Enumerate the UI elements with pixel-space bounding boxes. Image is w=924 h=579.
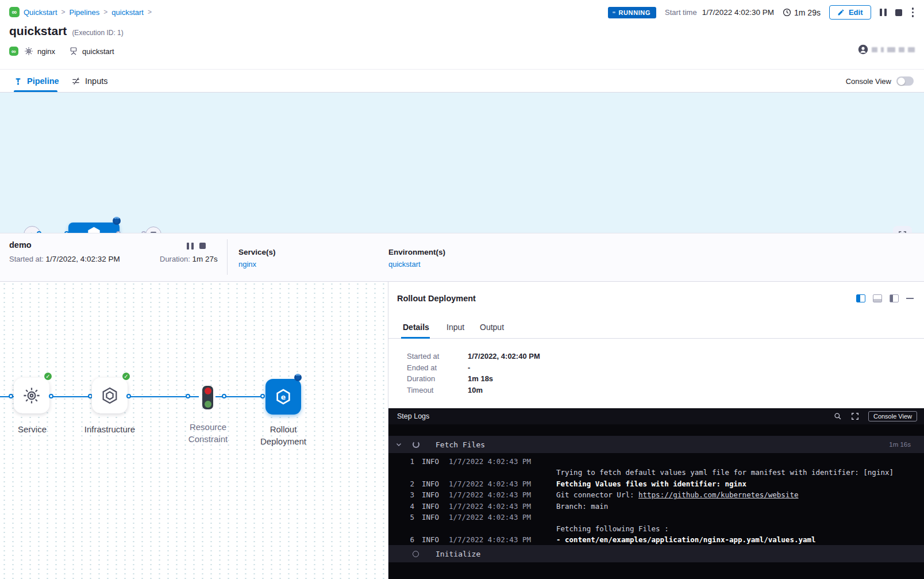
log-section-initialize[interactable]: Initialize: [388, 545, 924, 562]
breadcrumb-separator: >: [61, 8, 66, 16]
redacted-user-info: [908, 47, 915, 52]
success-check-icon: ✓: [43, 371, 53, 381]
chevron-down-icon: [395, 441, 402, 448]
active-tab-underline: [14, 90, 57, 92]
edge-service-infra: [52, 396, 92, 397]
log-line: 1INFO1/7/2022 4:02:43 PM: [388, 456, 924, 467]
step-logs-panel: Step Logs Console View Fetch Files 1m 16…: [388, 408, 924, 579]
svg-text:e: e: [281, 393, 286, 401]
connector-dot: [9, 394, 13, 398]
stage-stop-button[interactable]: [199, 243, 206, 249]
console-view-toggle[interactable]: [896, 76, 914, 86]
success-check-icon: ✓: [121, 371, 131, 381]
edit-button[interactable]: Edit: [829, 5, 871, 20]
abort-execution-button[interactable]: [895, 9, 902, 16]
stage-running-spinner-icon: [113, 217, 121, 225]
detail-row: Timeout10m: [407, 386, 483, 394]
console-view-control: Console View: [846, 70, 914, 93]
step-panel-tabs: Details Input Output: [388, 316, 924, 339]
service-tag[interactable]: nginx: [24, 47, 55, 56]
section-running-spinner-icon: [413, 441, 419, 448]
log-line: 3INFO1/7/2022 4:02:43 PM Git connector U…: [388, 489, 924, 501]
git-connector-link[interactable]: https://github.com/kubernetes/website: [638, 490, 798, 499]
environment-icon: [69, 47, 78, 56]
step-node-service[interactable]: [14, 378, 49, 413]
log-line-continuation: Fetching following Files :: [388, 523, 924, 535]
start-time-label: Start time: [665, 8, 697, 17]
breadcrumb-pipeline[interactable]: quickstart: [111, 8, 144, 17]
log-section-duration: 1m 16s: [889, 441, 911, 448]
log-section-name: Fetch Files: [436, 440, 485, 449]
step-running-spinner-icon: [294, 374, 302, 381]
layout-bottom-split-button[interactable]: [873, 294, 882, 302]
minimize-panel-button[interactable]: [906, 298, 914, 300]
project-logo-icon: ∞: [9, 7, 20, 17]
redacted-user-info: [887, 47, 895, 52]
environment-link[interactable]: quickstart: [388, 260, 445, 269]
step-label-infrastructure: Infrastructure: [74, 423, 145, 435]
more-options-button[interactable]: [911, 6, 915, 18]
tab-inputs[interactable]: Inputs: [71, 70, 108, 93]
title-row: quickstart (Execution ID: 1): [9, 24, 124, 38]
environment-tag[interactable]: quickstart: [69, 47, 114, 56]
step-node-resource-constraint[interactable]: [202, 386, 213, 409]
redacted-user-info: [881, 47, 884, 52]
layout-right-split-button[interactable]: [856, 294, 865, 302]
log-line: 5INFO1/7/2022 4:02:43 PM: [388, 512, 924, 523]
page: ∞ Quickstart > Pipelines > quickstart > …: [0, 0, 924, 579]
step-logs-header: Step Logs Console View: [388, 408, 924, 424]
execution-id: (Execution ID: 1): [72, 29, 123, 37]
log-line-continuation: Trying to fetch default values yaml file…: [388, 467, 924, 478]
tab-output[interactable]: Output: [480, 316, 504, 338]
breadcrumb: ∞ Quickstart > Pipelines > quickstart >: [9, 7, 152, 17]
status-badge: RUNNING: [608, 7, 657, 18]
connector-dot: [49, 394, 53, 398]
tab-pipeline[interactable]: Pipeline: [14, 70, 59, 93]
log-line: 4INFO1/7/2022 4:02:43 PM Branch: main: [388, 501, 924, 512]
traffic-light-red-icon: [205, 388, 211, 394]
step-node-infrastructure[interactable]: [92, 378, 128, 413]
user-info: [858, 44, 915, 55]
connector-dot: [126, 394, 131, 398]
pipeline-tab-icon: [14, 77, 22, 86]
detail-row: Ended at-: [407, 363, 470, 372]
clock-icon: [783, 8, 791, 17]
view-tab-bar: Pipeline Inputs Console View: [0, 69, 924, 93]
log-section-fetch-files[interactable]: Fetch Files 1m 16s: [388, 436, 924, 453]
expand-logs-icon[interactable]: [851, 412, 859, 420]
user-avatar-icon[interactable]: [858, 44, 868, 55]
connector-dot: [222, 394, 226, 398]
cd-module-icon: ∞: [9, 47, 18, 56]
pause-execution-button[interactable]: [880, 9, 887, 16]
execution-graph-canvas[interactable]: ✓ ✓ e Service Infrastruc: [0, 282, 388, 579]
step-node-rollout-deployment[interactable]: e: [265, 379, 301, 415]
step-label-service: Service: [0, 423, 68, 435]
redacted-user-info: [899, 47, 904, 52]
inputs-tab-icon: [71, 76, 80, 86]
stage-pause-button[interactable]: [187, 243, 194, 250]
stage-name: demo: [9, 240, 32, 250]
step-label-rollout-deployment: Rollout Deployment: [248, 423, 319, 447]
tab-input[interactable]: Input: [446, 316, 464, 338]
pipeline-graph-canvas[interactable]: ∞ demo + −: [0, 93, 924, 233]
detail-row: Started at1/7/2022, 4:02:40 PM: [407, 352, 540, 361]
breadcrumb-project[interactable]: Quickstart: [24, 8, 57, 17]
tag-row: ∞ nginx quickstart: [9, 47, 122, 56]
breadcrumb-separator: >: [148, 8, 152, 16]
gear-icon: [22, 386, 41, 405]
connector-dot: [186, 394, 190, 398]
tab-details[interactable]: Details: [403, 316, 429, 338]
step-label-resource-constraint: Resource Constraint: [172, 421, 244, 445]
header-actions: RUNNING Start time 1/7/2022 4:02:30 PM 1…: [608, 5, 915, 20]
layout-left-split-button[interactable]: [890, 294, 899, 302]
step-logs-title: Step Logs: [397, 412, 429, 420]
log-section-name: Initialize: [436, 550, 480, 558]
step-panel-title: Rollout Deployment: [397, 294, 476, 303]
breadcrumb-pipelines[interactable]: Pipelines: [70, 8, 100, 17]
panel-layout-controls: [856, 294, 914, 302]
search-icon[interactable]: [834, 412, 842, 420]
service-link[interactable]: nginx: [238, 260, 276, 269]
services-block: Service(s) nginx: [238, 248, 276, 269]
detail-row: Duration1m 18s: [407, 374, 493, 383]
console-view-button[interactable]: Console View: [868, 411, 917, 421]
